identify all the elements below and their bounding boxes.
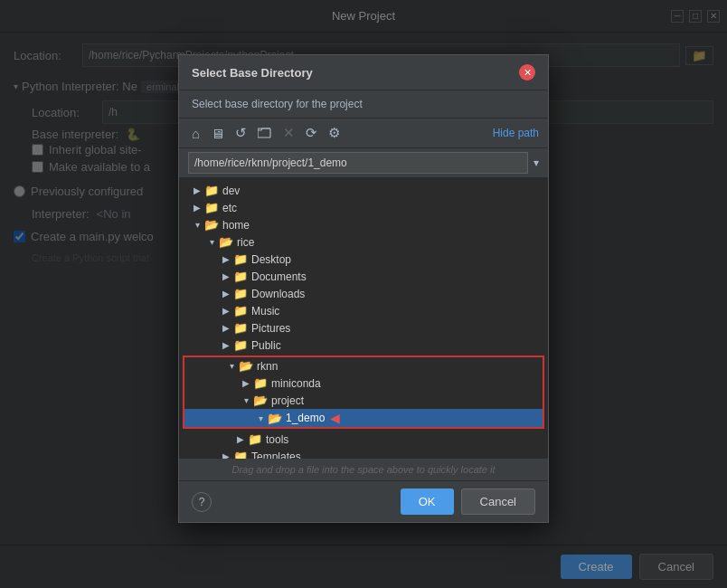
rknn-highlight-box: ▾ 📂 rknn ▶ 📁 miniconda ▾ 📂 project: [183, 356, 544, 429]
folder-icon: 📂: [219, 235, 233, 249]
tree-item-downloads[interactable]: ▶ 📁 Downloads: [179, 285, 548, 302]
tree-item-rknn[interactable]: ▾ 📂 rknn: [184, 357, 543, 375]
tree-item-miniconda[interactable]: ▶ 📁 miniconda: [184, 375, 543, 392]
tree-item-music[interactable]: ▶ 📁 Music: [179, 302, 548, 319]
dialog-cancel-button[interactable]: Cancel: [461, 488, 535, 515]
dialog-close-button[interactable]: ✕: [519, 64, 535, 81]
arrow-icon: ▶: [190, 185, 204, 195]
hide-path-button[interactable]: Hide path: [493, 127, 539, 139]
tree-item-pictures[interactable]: ▶ 📁 Pictures: [179, 319, 548, 337]
tree-label-tools: tools: [266, 433, 288, 446]
toolbar-delete-button[interactable]: ✕: [279, 123, 298, 143]
folder-icon: 📂: [239, 359, 253, 373]
folder-icon: 📂: [268, 412, 282, 425]
dialog-title-bar: Select Base Directory ✕: [179, 55, 548, 90]
arrow-icon: ▶: [219, 254, 233, 264]
folder-icon: 📁: [204, 201, 219, 214]
dialog-actions: OK Cancel: [401, 488, 535, 515]
tree-item-templates[interactable]: ▶ 📁 Templates: [179, 448, 548, 459]
tree-item-rice[interactable]: ▾ 📂 rice: [179, 233, 548, 251]
folder-icon: 📁: [253, 376, 268, 390]
arrow-icon: ▶: [190, 203, 204, 213]
arrow-icon: ▶: [233, 434, 248, 444]
tree-label-etc: etc: [222, 202, 237, 214]
folder-icon: 📁: [233, 321, 248, 335]
folder-icon: 📁: [233, 252, 248, 266]
toolbar-computer-button[interactable]: 🖥: [207, 124, 228, 143]
arrow-icon: ▶: [239, 378, 253, 388]
tree-label-templates: Templates: [251, 450, 301, 460]
tree-label-desktop: Desktop: [251, 253, 291, 266]
tree-label-1demo: 1_demo: [286, 412, 325, 424]
arrow-icon: ▾: [224, 361, 239, 371]
toolbar-home-button[interactable]: ⌂: [188, 124, 203, 143]
folder-icon: 📁: [233, 338, 248, 352]
dialog-overlay: Select Base Directory ✕ Select base dire…: [0, 0, 727, 588]
tree-label-public: Public: [251, 339, 281, 352]
dialog-title: Select Base Directory: [192, 66, 313, 80]
tree-item-project[interactable]: ▾ 📂 project: [184, 392, 543, 409]
folder-icon: 📁: [233, 270, 248, 283]
toolbar-new-folder-button[interactable]: [254, 124, 276, 143]
arrow-icon: ▾: [253, 413, 268, 423]
tree-label-downloads: Downloads: [251, 288, 305, 300]
path-input[interactable]: [188, 152, 528, 174]
dialog-subtitle: Select base directory for the project: [179, 90, 548, 119]
toolbar-refresh-button[interactable]: ⟳: [302, 123, 321, 143]
path-dropdown-button[interactable]: ▾: [533, 156, 539, 169]
toolbar-back-button[interactable]: ↺: [231, 123, 250, 143]
folder-icon: 📁: [233, 287, 248, 300]
tree-item-dev[interactable]: ▶ 📁 dev: [179, 182, 548, 199]
tree-label-music: Music: [251, 305, 279, 318]
arrow-icon: ▶: [219, 271, 233, 281]
dialog-ok-button[interactable]: OK: [401, 488, 454, 515]
tree-item-etc[interactable]: ▶ 📁 etc: [179, 199, 548, 216]
tree-item-tools[interactable]: ▶ 📁 tools: [179, 431, 548, 448]
tree-item-public[interactable]: ▶ 📁 Public: [179, 337, 548, 354]
arrow-icon: ▶: [219, 451, 233, 459]
tree-label-project: project: [271, 394, 304, 407]
arrow-icon: ▾: [190, 220, 204, 230]
arrow-icon: ▶: [219, 340, 233, 350]
arrow-icon: ▾: [204, 237, 219, 247]
tree-label-documents: Documents: [251, 270, 307, 283]
folder-icon: 📁: [248, 432, 262, 446]
selection-arrow-icon: ◀: [330, 411, 340, 425]
arrow-icon: ▶: [219, 289, 233, 299]
tree-item-documents[interactable]: ▶ 📁 Documents: [179, 268, 548, 285]
tree-label-home: home: [222, 219, 250, 232]
tree-label-rice: rice: [237, 236, 254, 249]
tree-label-dev: dev: [222, 185, 240, 197]
file-tree[interactable]: ▶ 📁 dev ▶ 📁 etc ▾ 📂 home ▾: [179, 178, 548, 459]
toolbar-settings-button[interactable]: ⚙: [325, 123, 344, 143]
select-directory-dialog: Select Base Directory ✕ Select base dire…: [178, 54, 549, 523]
arrow-icon: ▶: [219, 306, 233, 316]
folder-icon: 📂: [204, 218, 219, 232]
dialog-footer: ? OK Cancel: [179, 480, 548, 522]
arrow-icon: ▶: [219, 323, 233, 333]
tree-item-desktop[interactable]: ▶ 📁 Desktop: [179, 251, 548, 268]
folder-icon: 📁: [204, 184, 219, 197]
tree-label-pictures: Pictures: [251, 322, 290, 335]
folder-icon: 📁: [233, 450, 248, 459]
tree-label-miniconda: miniconda: [271, 377, 321, 390]
tree-label-rknn: rknn: [257, 360, 278, 373]
dialog-toolbar: ⌂ 🖥 ↺ ✕ ⟳ ⚙ Hide path: [179, 119, 548, 148]
help-button[interactable]: ?: [192, 492, 212, 512]
arrow-icon: ▾: [239, 395, 253, 405]
folder-icon: 📂: [253, 394, 268, 407]
drop-hint: Drag and drop a file into the space abov…: [179, 459, 548, 480]
tree-item-1demo[interactable]: ▾ 📂 1_demo ◀: [184, 409, 543, 427]
folder-icon: 📁: [233, 304, 248, 318]
path-bar: ▾: [179, 148, 548, 178]
tree-item-home[interactable]: ▾ 📂 home: [179, 216, 548, 233]
